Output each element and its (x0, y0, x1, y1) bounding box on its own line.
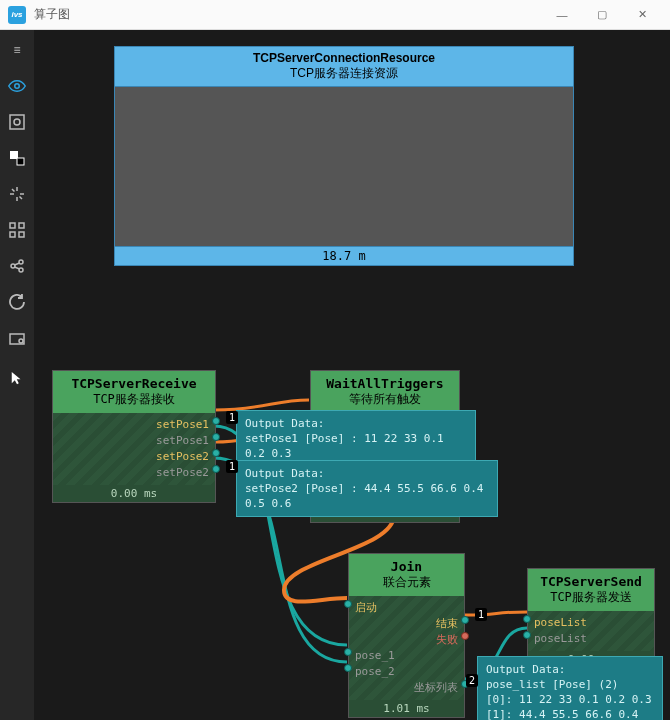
port-list[interactable]: 坐标列表 (355, 680, 458, 696)
svg-line-19 (15, 267, 20, 269)
title-bar: ivs 算子图 — ▢ ✕ (0, 0, 670, 30)
node-icon[interactable] (3, 144, 31, 172)
port-pose2[interactable]: pose_2 (355, 664, 458, 680)
port-poselist1[interactable]: poseList (534, 615, 648, 631)
link-label: 1 (475, 608, 487, 621)
port-done[interactable]: 结束 (355, 616, 458, 632)
camera-icon[interactable] (3, 324, 31, 352)
node-tcp-receive[interactable]: TCPServerReceive TCP服务器接收 setPose1 setPo… (52, 370, 216, 503)
node-subtitle: TCP服务器发送 (534, 589, 648, 606)
port-setpose1a[interactable]: setPose1 (59, 417, 209, 433)
svg-rect-11 (10, 223, 15, 228)
link-label: 1 (226, 460, 238, 473)
node-body: poseList poseList (528, 611, 654, 651)
cursor-icon[interactable] (3, 364, 31, 392)
node-timing: 0.00 ms (53, 485, 215, 502)
node-canvas[interactable]: TCPServerConnectionResource TCP服务器连接资源 1… (34, 30, 670, 720)
svg-line-10 (20, 197, 23, 200)
tooltip-line: Output Data: (245, 416, 467, 431)
resource-body (114, 87, 574, 247)
qr-icon[interactable] (3, 108, 31, 136)
minimize-button[interactable]: — (542, 1, 582, 29)
link-label: 2 (466, 674, 478, 687)
node-title: WaitAllTriggers (326, 376, 443, 391)
node-title: Join (391, 559, 422, 574)
port-setpose2b[interactable]: setPose2 (59, 465, 209, 481)
svg-point-21 (19, 339, 23, 343)
share-icon[interactable] (3, 252, 31, 280)
svg-rect-14 (19, 232, 24, 237)
resource-footer: 18.7 m (114, 247, 574, 266)
tooltip-line: [0]: 11 22 33 0.1 0.2 0.3 (486, 692, 654, 707)
resource-node[interactable]: TCPServerConnectionResource TCP服务器连接资源 1… (114, 46, 574, 266)
close-button[interactable]: ✕ (622, 1, 662, 29)
resource-title: TCPServerConnectionResource (253, 51, 435, 65)
main-area: ≡ (0, 30, 670, 720)
node-title: TCPServerSend (540, 574, 642, 589)
svg-rect-13 (10, 232, 15, 237)
tooltip-line: setPose1 [Pose] : 11 22 33 0.1 0.2 0.3 (245, 431, 467, 461)
app-icon: ivs (8, 6, 26, 24)
svg-rect-12 (19, 223, 24, 228)
node-join[interactable]: Join 联合元素 启动 结束 失败 pose_1 pose_2 坐标列表 1.… (348, 553, 465, 718)
port-fail[interactable]: 失败 (355, 632, 458, 648)
grid-icon[interactable] (3, 216, 31, 244)
port-setpose1b[interactable]: setPose1 (59, 433, 209, 449)
resource-subtitle: TCP服务器连接资源 (290, 66, 398, 80)
tool-sidebar: ≡ (0, 30, 34, 720)
tooltip-setpose2: Output Data: setPose2 [Pose] : 44.4 55.5… (236, 460, 498, 517)
hamburger-icon[interactable]: ≡ (3, 36, 31, 64)
snap-icon[interactable] (3, 180, 31, 208)
tooltip-poselist: Output Data: pose_list [Pose] (2) [0]: 1… (477, 656, 663, 720)
node-tcp-send[interactable]: TCPServerSend TCP服务器发送 poseList poseList… (527, 568, 655, 669)
window-title: 算子图 (34, 6, 542, 23)
tooltip-line: Output Data: (245, 466, 489, 481)
svg-point-2 (14, 119, 20, 125)
tooltip-line: setPose2 [Pose] : 44.4 55.5 66.6 0.4 0.5… (245, 481, 489, 511)
svg-point-0 (15, 84, 20, 89)
node-header: TCPServerSend TCP服务器发送 (528, 569, 654, 611)
port-poselist2[interactable]: poseList (534, 631, 648, 647)
refresh-icon[interactable] (3, 288, 31, 316)
node-timing: 1.01 ms (349, 700, 464, 717)
node-header: WaitAllTriggers 等待所有触发 (311, 371, 459, 413)
tooltip-line: pose_list [Pose] (2) (486, 677, 654, 692)
node-body: 启动 结束 失败 pose_1 pose_2 坐标列表 (349, 596, 464, 700)
svg-rect-1 (10, 115, 24, 129)
maximize-button[interactable]: ▢ (582, 1, 622, 29)
resource-header: TCPServerConnectionResource TCP服务器连接资源 (114, 46, 574, 87)
svg-line-9 (12, 189, 15, 192)
node-body: setPose1 setPose1 setPose2 setPose2 (53, 413, 215, 485)
port-pose1[interactable]: pose_1 (355, 648, 458, 664)
eye-icon[interactable] (3, 72, 31, 100)
svg-rect-4 (17, 158, 24, 165)
tooltip-setpose1: Output Data: setPose1 [Pose] : 11 22 33 … (236, 410, 476, 467)
node-header: Join 联合元素 (349, 554, 464, 596)
tooltip-line: Output Data: (486, 662, 654, 677)
port-setpose2a[interactable]: setPose2 (59, 449, 209, 465)
link-label: 1 (226, 411, 238, 424)
node-subtitle: TCP服务器接收 (59, 391, 209, 408)
node-header: TCPServerReceive TCP服务器接收 (53, 371, 215, 413)
node-subtitle: 联合元素 (355, 574, 458, 591)
tooltip-line: [1]: 44.4 55.5 66.6 0.4 0.5 0.6 (486, 707, 654, 720)
svg-line-18 (15, 263, 20, 265)
node-subtitle: 等待所有触发 (317, 391, 453, 408)
node-title: TCPServerReceive (71, 376, 196, 391)
port-run[interactable]: 启动 (355, 600, 458, 616)
